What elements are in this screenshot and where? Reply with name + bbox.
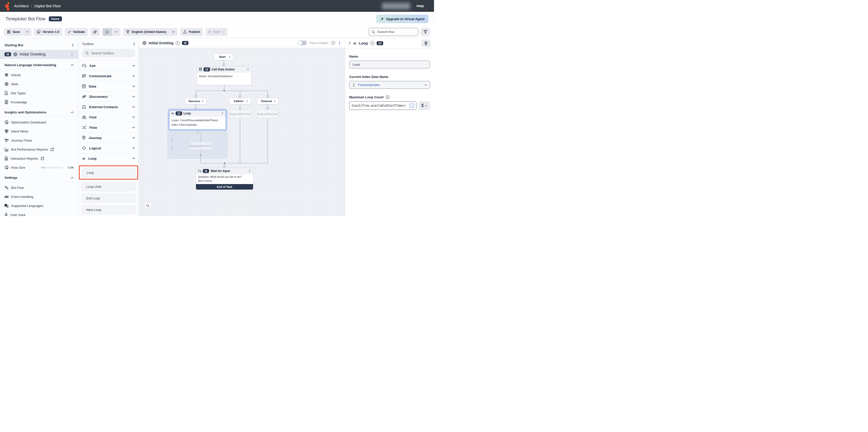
call-data-action-detail: Action: SchedulerDataAction bbox=[199, 74, 249, 79]
language-options-button[interactable] bbox=[169, 28, 178, 36]
kebab-menu-icon[interactable]: ⋮ bbox=[221, 112, 224, 115]
toolbox-item-exit-loop[interactable]: Exit Loop bbox=[82, 194, 135, 203]
user-name-redacted[interactable] bbox=[382, 3, 410, 9]
sidebar-item-supported-languages[interactable]: Az Supported Languages bbox=[0, 201, 78, 210]
help-circle-icon[interactable]: ? bbox=[331, 41, 335, 45]
sidebar-item-intents[interactable]: Intents bbox=[0, 70, 78, 79]
slot-types-label: Slot Types bbox=[10, 91, 26, 95]
test-button[interactable]: Test bbox=[206, 28, 227, 36]
sidebar-item-bot-performance-reports[interactable]: Bot Performance Reports bbox=[0, 145, 78, 154]
sidebar-item-knowledge[interactable]: Knowledge bbox=[0, 98, 78, 107]
drag-action-here-label: Drag action here bbox=[257, 112, 278, 115]
toolbox-category-data[interactable]: Data bbox=[79, 81, 138, 91]
publish-button[interactable]: Publish bbox=[180, 28, 203, 36]
kebab-menu-icon[interactable]: ⋮ bbox=[201, 100, 204, 103]
canvas-search-button[interactable] bbox=[145, 202, 151, 209]
validate-button[interactable]: Validate bbox=[65, 28, 88, 36]
settings-title: Settings bbox=[4, 176, 18, 179]
canvas-grid[interactable]: Start ⋮ 12 Call Data Action ⋮ Action: Sc… bbox=[139, 48, 345, 216]
nlu-section-header[interactable]: Natural Language Understanding bbox=[0, 61, 78, 69]
flow-insights-toggle[interactable] bbox=[298, 40, 307, 45]
toolbox-category-find[interactable]: Find bbox=[79, 112, 138, 122]
name-input[interactable] bbox=[349, 61, 430, 68]
toolbox-category-loop[interactable]: ∞ Loop bbox=[79, 153, 138, 163]
kebab-menu-icon[interactable]: ⋮ bbox=[70, 53, 74, 56]
toolbox-category-disconnect[interactable]: Disconnect bbox=[79, 91, 138, 102]
max-loop-expression-input[interactable]: Count(Flow.availableStartTimes) ↗ bbox=[349, 101, 416, 110]
collapse-left-icon[interactable] bbox=[72, 43, 74, 47]
toolbox-category-communicate[interactable]: Communicate bbox=[79, 71, 138, 81]
expression-mode-button[interactable]: Σ bbox=[418, 101, 430, 110]
index-variable-link[interactable]: Flow.loopIndex bbox=[358, 83, 380, 87]
node-branch-failure[interactable]: Failure ⋮ bbox=[229, 98, 251, 104]
infinity-icon: ∞ bbox=[171, 111, 174, 115]
sidebar-item-initial-greeting[interactable]: 10 Initial Greeting ⋮ bbox=[0, 50, 78, 59]
language-button[interactable]: English (United States) bbox=[123, 28, 169, 36]
flow-filter-button[interactable] bbox=[421, 28, 430, 36]
info-circle-icon[interactable] bbox=[386, 95, 390, 99]
loop-item-highlight: Loop bbox=[79, 165, 138, 179]
toolbox-category-flow[interactable]: Flow bbox=[79, 122, 138, 133]
toolbox-item-next-loop[interactable]: Next Loop bbox=[82, 205, 135, 214]
toolbox-item-loop[interactable]: Loop bbox=[82, 168, 135, 177]
drop-target-loop-body[interactable]: Drag action here bbox=[190, 141, 212, 150]
kebab-menu-icon[interactable]: ⋮ bbox=[273, 100, 276, 103]
help-circle-icon[interactable]: ? bbox=[370, 41, 374, 45]
numbered-list-button[interactable]: 12 bbox=[102, 28, 112, 36]
save-options-button[interactable] bbox=[23, 28, 31, 36]
copy-link-button[interactable] bbox=[90, 28, 100, 36]
insights-section-header[interactable]: Insights and Optimizations bbox=[0, 109, 78, 116]
toolbox-category-ask[interactable]: Ask bbox=[79, 60, 138, 71]
chevron-down-icon bbox=[132, 147, 135, 149]
node-loop[interactable]: ∞ 13 Loop ⋮ Loops: Count(Flow.availableS… bbox=[169, 110, 226, 130]
version-button[interactable]: Version 1.0 bbox=[34, 28, 62, 36]
toolbox-category-journey[interactable]: Journey bbox=[79, 133, 138, 143]
search-icon bbox=[146, 204, 150, 207]
settings-section-header[interactable]: Settings bbox=[0, 174, 78, 181]
sidebar-item-optimization-dashboard[interactable]: Optimization Dashboard bbox=[0, 118, 78, 127]
toolbox-search bbox=[82, 49, 135, 57]
upgrade-to-virtual-agent-button[interactable]: Upgrade to Virtual Agent bbox=[376, 14, 429, 23]
help-circle-icon[interactable]: ? bbox=[176, 41, 180, 45]
clear-icon[interactable]: × bbox=[425, 83, 427, 87]
flow-canvas[interactable]: Initial Greeting ? 10 Flow Insights ? ⋮ bbox=[139, 38, 345, 216]
kebab-menu-icon[interactable]: ⋮ bbox=[246, 100, 248, 103]
target-icon bbox=[4, 82, 8, 86]
help-menu[interactable]: Help bbox=[416, 4, 429, 8]
sidebar-item-interaction-reports[interactable]: Interaction Reports bbox=[0, 154, 78, 163]
kebab-menu-icon[interactable]: ⋮ bbox=[247, 68, 249, 71]
kebab-menu-icon[interactable]: ⋮ bbox=[248, 169, 251, 172]
sidebar-item-journey-flows[interactable]: Journey Flows bbox=[0, 136, 78, 145]
sidebar-item-slot-types[interactable]: Slot Types bbox=[0, 89, 78, 98]
node-call-data-action[interactable]: 12 Call Data Action ⋮ Action: SchedulerD… bbox=[197, 66, 252, 85]
node-start[interactable]: Start ⋮ bbox=[214, 54, 234, 60]
sidebar-item-slots[interactable]: Slots bbox=[0, 79, 78, 89]
node-wait-for-input[interactable]: 11 Wait for Input ⋮ Question: What would… bbox=[196, 168, 253, 188]
toolbox-item-loop-until[interactable]: Loop Until bbox=[82, 182, 135, 191]
kebab-menu-icon[interactable]: ⋮ bbox=[228, 56, 231, 58]
delete-node-button[interactable] bbox=[422, 39, 431, 47]
sidebar-item-user-input[interactable]: User Input bbox=[0, 210, 78, 216]
sidebar-item-intent-miner[interactable]: Intent Miner bbox=[0, 127, 78, 136]
chevron-down-icon bbox=[425, 105, 427, 106]
node-branch-success[interactable]: Success ⋮ bbox=[185, 98, 207, 104]
toolbox-category-logical[interactable]: Logical bbox=[79, 143, 138, 153]
toolbox-search-input[interactable] bbox=[91, 51, 132, 55]
collapse-left-icon[interactable] bbox=[133, 42, 135, 45]
current-index-input[interactable]: 1 Flow.loopIndex × bbox=[349, 81, 430, 89]
sequence-options-button[interactable] bbox=[112, 28, 121, 36]
supported-languages-label: Supported Languages bbox=[11, 204, 43, 208]
canvas-kebab-menu-icon[interactable]: ⋮ bbox=[338, 41, 341, 45]
sidebar-item-bot-flow[interactable]: Bot Flow bbox=[0, 183, 78, 192]
drop-target-failure[interactable]: Drag action here bbox=[229, 110, 251, 118]
node-branch-timeout[interactable]: Timeout ⋮ bbox=[257, 98, 279, 104]
open-expression-editor-icon[interactable]: ↗ bbox=[410, 104, 414, 108]
flow-search-input[interactable] bbox=[377, 30, 415, 34]
bot-flow-label: Bot Flow bbox=[11, 186, 24, 190]
save-button[interactable]: Save bbox=[4, 28, 23, 36]
drop-target-timeout[interactable]: Drag action here bbox=[257, 110, 279, 118]
expand-right-icon[interactable] bbox=[349, 41, 351, 45]
toolbox-category-external-contacts[interactable]: External Contacts bbox=[79, 102, 138, 112]
breadcrumb-app[interactable]: Architect bbox=[14, 4, 29, 8]
sidebar-item-event-handling[interactable]: Event Handling bbox=[0, 192, 78, 201]
